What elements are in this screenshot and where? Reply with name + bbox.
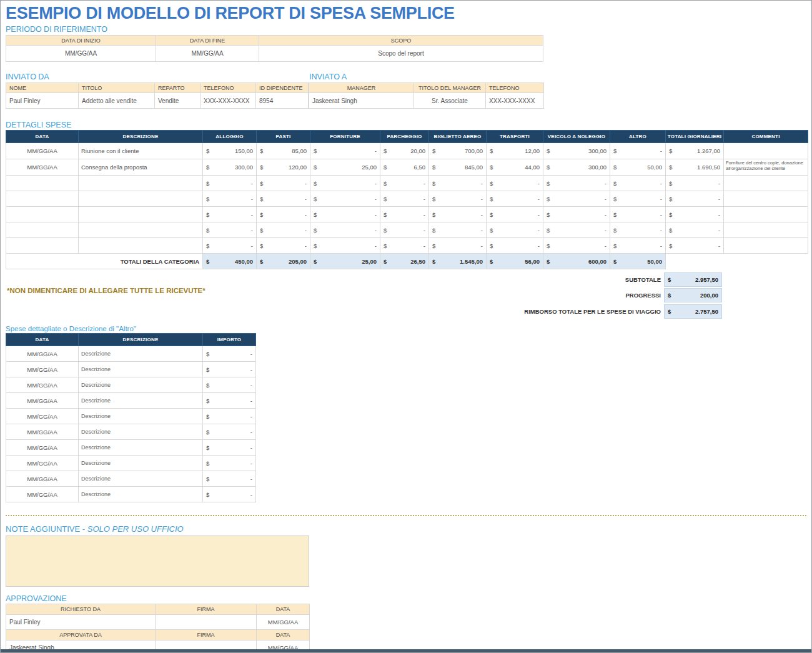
titolo-field[interactable]: Addetto alle vendite <box>79 93 155 109</box>
amount-cell[interactable]: $- <box>203 424 256 440</box>
other-expense-description-field[interactable]: Descrizione <box>79 471 203 487</box>
amount-cell[interactable]: $- <box>666 191 724 207</box>
amount-cell[interactable]: $- <box>429 222 487 238</box>
requested-by-date-field[interactable]: MM/GG/AA <box>257 615 310 630</box>
amount-cell[interactable]: $- <box>203 346 256 362</box>
expense-comment-field[interactable] <box>724 176 808 191</box>
amount-cell[interactable]: $- <box>257 222 310 238</box>
amount-cell[interactable]: $- <box>257 207 310 222</box>
amount-cell[interactable]: $44,00 <box>487 159 543 176</box>
other-expense-description-field[interactable]: Descrizione <box>79 377 203 393</box>
amount-cell[interactable]: $- <box>666 207 724 222</box>
amount-cell[interactable]: $- <box>543 191 610 207</box>
amount-cell[interactable]: $- <box>203 456 256 471</box>
expense-description-field[interactable] <box>79 191 203 207</box>
amount-cell[interactable]: $- <box>203 362 256 377</box>
other-expense-date-field[interactable]: MM/GG/AA <box>6 471 79 487</box>
other-expense-date-field[interactable]: MM/GG/AA <box>6 362 79 377</box>
expense-date-field[interactable] <box>6 222 79 238</box>
other-expense-description-field[interactable]: Descrizione <box>79 393 203 409</box>
amount-cell[interactable]: $300,00 <box>203 159 257 176</box>
reparto-field[interactable]: Vendite <box>155 93 201 109</box>
amount-cell[interactable]: $- <box>203 176 257 191</box>
other-expense-description-field[interactable]: Descrizione <box>79 346 203 362</box>
amount-cell[interactable]: $50,00 <box>610 159 666 176</box>
end-date-field[interactable]: MM/GG/AA <box>156 46 259 62</box>
amount-cell[interactable]: $- <box>666 238 724 254</box>
amount-cell[interactable]: $845,00 <box>429 159 487 176</box>
expense-date-field[interactable]: MM/GG/AA <box>6 159 79 176</box>
amount-cell[interactable]: $- <box>380 191 429 207</box>
amount-cell[interactable]: $- <box>257 238 310 254</box>
amount-cell[interactable]: $12,00 <box>487 143 543 159</box>
expense-description-field[interactable] <box>79 176 203 191</box>
other-expense-date-field[interactable]: MM/GG/AA <box>6 393 79 409</box>
expense-comment-field[interactable]: Forniture del centro copie, donazione al… <box>724 159 808 176</box>
amount-cell[interactable]: $- <box>310 238 380 254</box>
amount-cell[interactable]: $- <box>666 222 724 238</box>
expense-date-field[interactable] <box>6 176 79 191</box>
expense-comment-field[interactable] <box>724 238 808 254</box>
other-expense-date-field[interactable]: MM/GG/AA <box>6 346 79 362</box>
start-date-field[interactable]: MM/GG/AA <box>6 46 156 62</box>
expense-date-field[interactable] <box>6 238 79 254</box>
amount-cell[interactable]: $120,00 <box>257 159 310 176</box>
other-expense-date-field[interactable]: MM/GG/AA <box>6 409 79 424</box>
other-expense-description-field[interactable]: Descrizione <box>79 424 203 440</box>
nome-field[interactable]: Paul Finley <box>6 93 79 109</box>
expense-date-field[interactable] <box>6 191 79 207</box>
expense-description-field[interactable]: Consegna della proposta <box>79 159 203 176</box>
amount-cell[interactable]: $- <box>203 207 257 222</box>
expense-comment-field[interactable] <box>724 191 808 207</box>
amount-cell[interactable]: $- <box>203 377 256 393</box>
other-expense-date-field[interactable]: MM/GG/AA <box>6 377 79 393</box>
amount-cell[interactable]: $- <box>610 222 666 238</box>
amount-cell[interactable]: $1.267,00 <box>666 143 724 159</box>
other-expense-description-field[interactable]: Descrizione <box>79 456 203 471</box>
amount-cell[interactable]: $- <box>666 176 724 191</box>
amount-cell[interactable]: $- <box>310 222 380 238</box>
amount-cell[interactable]: $6,50 <box>380 159 429 176</box>
amount-cell[interactable]: $- <box>429 176 487 191</box>
titolo-manager-field[interactable]: Sr. Associate <box>414 93 486 109</box>
amount-cell[interactable]: $300,00 <box>543 143 610 159</box>
expense-description-field[interactable]: Riunione con il cliente <box>79 143 203 159</box>
amount-cell[interactable]: $- <box>203 440 256 456</box>
requested-by-signature-field[interactable] <box>156 615 257 630</box>
amount-cell[interactable]: $- <box>380 222 429 238</box>
amount-cell[interactable]: $- <box>429 207 487 222</box>
amount-cell[interactable]: $20,00 <box>380 143 429 159</box>
expense-date-field[interactable] <box>6 207 79 222</box>
amount-cell[interactable]: $85,00 <box>257 143 310 159</box>
id-dipendente-field[interactable]: 8954 <box>256 93 309 109</box>
expense-description-field[interactable] <box>79 207 203 222</box>
purpose-field[interactable]: Scopo del report <box>259 46 543 62</box>
amount-cell[interactable]: $150,00 <box>203 143 257 159</box>
amount-cell[interactable]: $- <box>610 207 666 222</box>
amount-cell[interactable]: $- <box>487 176 543 191</box>
amount-cell[interactable]: $- <box>543 176 610 191</box>
amount-cell[interactable]: $- <box>487 222 543 238</box>
amount-cell[interactable]: $- <box>203 222 257 238</box>
amount-cell[interactable]: $- <box>310 207 380 222</box>
amount-cell[interactable]: $- <box>203 409 256 424</box>
additional-notes-field[interactable] <box>6 536 309 587</box>
other-expense-date-field[interactable]: MM/GG/AA <box>6 424 79 440</box>
amount-cell[interactable]: $- <box>610 238 666 254</box>
amount-cell[interactable]: $700,00 <box>429 143 487 159</box>
amount-cell[interactable]: $- <box>203 471 256 487</box>
other-expense-description-field[interactable]: Descrizione <box>79 487 203 502</box>
other-expense-description-field[interactable]: Descrizione <box>79 362 203 377</box>
amount-cell[interactable]: $- <box>310 191 380 207</box>
other-expense-description-field[interactable]: Descrizione <box>79 409 203 424</box>
amount-cell[interactable]: $- <box>610 143 666 159</box>
amount-cell[interactable]: $- <box>257 176 310 191</box>
expense-description-field[interactable] <box>79 238 203 254</box>
telefono-field[interactable]: XXX-XXX-XXXX <box>201 93 256 109</box>
amount-cell[interactable]: $- <box>310 176 380 191</box>
telefono-manager-field[interactable]: XXX-XXX-XXXX <box>486 93 544 109</box>
amount-cell[interactable]: $- <box>203 238 257 254</box>
amount-cell[interactable]: $- <box>543 222 610 238</box>
expense-comment-field[interactable] <box>724 143 808 159</box>
expense-comment-field[interactable] <box>724 222 808 238</box>
